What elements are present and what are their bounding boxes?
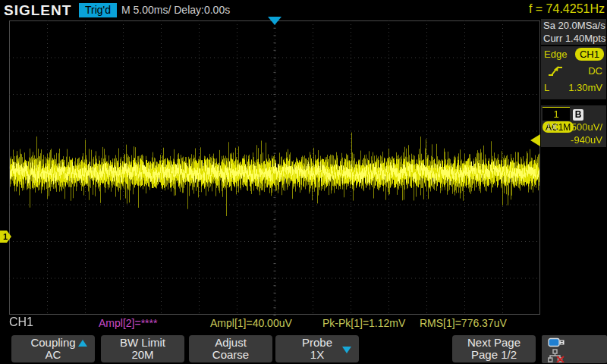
trigger-source-badge: CH1 xyxy=(575,48,604,61)
trigger-status-badge: Trig'd xyxy=(79,3,117,17)
softkey-value: Coarse xyxy=(189,349,272,361)
memory-depth: Curr 1.40Mpts xyxy=(541,32,606,45)
softkey-adjust[interactable]: Adjust Coarse xyxy=(189,335,272,362)
channel-offset-marker[interactable]: 1 xyxy=(0,231,12,243)
softkey-coupling[interactable]: Coupling AC xyxy=(11,335,95,362)
trigger-level-marker[interactable] xyxy=(530,134,540,146)
softkey-value: AC xyxy=(11,349,95,361)
status-icon-area xyxy=(542,335,607,363)
rising-edge-icon xyxy=(547,65,564,77)
softkey-value: 20M xyxy=(101,349,184,361)
measurement-ampl2: Ampl[2]=**** xyxy=(99,317,157,332)
softkey-label: Adjust xyxy=(189,336,272,349)
frequency-counter: f = 74.4251Hz xyxy=(529,2,605,16)
channel-scale: 500uV/ xyxy=(571,121,602,134)
sample-rate: Sa 20.0MSa/s xyxy=(541,19,606,32)
oscilloscope-screen: SIGLENT Trig'd M 5.00ms/ Delay:0.00s f =… xyxy=(0,0,607,364)
trigger-position-icon xyxy=(268,17,281,25)
trigger-position-marker[interactable] xyxy=(268,17,281,25)
softkey-label: BW Limit xyxy=(101,336,184,349)
softkey-bw-limit[interactable]: BW Limit 20M xyxy=(101,335,184,362)
probe-attenuation: 1X xyxy=(546,121,558,133)
measurement-pkpk1: Pk-Pk[1]=1.12mV xyxy=(322,317,405,332)
trigger-coupling: DC xyxy=(588,63,602,80)
channel-info-box[interactable]: 1 B AC1M 1X 500uV/ -940uV xyxy=(541,105,606,147)
chevron-down-icon xyxy=(342,347,351,353)
lan-disconnected-icon xyxy=(548,349,565,362)
trigger-type: Edge xyxy=(544,49,567,60)
acquisition-info-box[interactable]: Sa 20.0MSa/s Curr 1.40Mpts xyxy=(541,19,606,45)
timebase-readout: M 5.00ms/ Delay:0.00s xyxy=(121,4,230,16)
chevron-up-icon xyxy=(78,340,87,347)
bandwidth-limit-badge: B xyxy=(573,109,584,121)
waveform-display xyxy=(0,20,540,315)
channel-label: CH1 xyxy=(9,315,33,331)
usb-icon xyxy=(548,337,566,348)
softkey-next-page[interactable]: Next Page Page 1/2 xyxy=(452,335,536,362)
measurement-rms1: RMS[1]=776.37uV xyxy=(420,317,507,332)
trigger-level-label: L xyxy=(544,82,549,93)
softkey-value: Page 1/2 xyxy=(452,349,536,361)
measurement-ampl1: Ampl[1]=40.00uV xyxy=(210,317,292,332)
channel-offset-value: -940uV xyxy=(571,134,602,146)
softkey-menu-bar: Coupling AC BW Limit 20M Adjust Coarse P… xyxy=(0,334,607,364)
channel-offset-label: 1 xyxy=(3,232,8,241)
softkey-probe[interactable]: Probe 1X xyxy=(275,335,359,362)
header-bar: SIGLENT Trig'd M 5.00ms/ Delay:0.00s f =… xyxy=(0,0,607,20)
trigger-level-value: 1.30mV xyxy=(568,80,602,96)
siglent-logo: SIGLENT xyxy=(4,2,71,19)
trigger-info-box[interactable]: Edge CH1 DC L 1.30mV xyxy=(541,46,606,99)
channel-number: 1 xyxy=(543,107,570,121)
softkey-label: Next Page xyxy=(452,336,536,349)
